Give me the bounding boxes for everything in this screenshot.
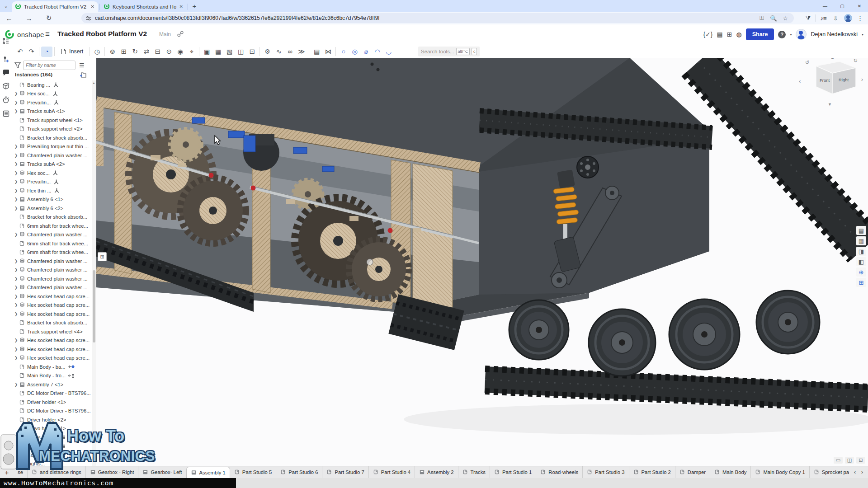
help-caret-icon[interactable]: ▾ xyxy=(790,33,792,37)
reload-button[interactable]: ↻ xyxy=(43,13,54,23)
instance-row[interactable]: DC Motor Driver - BTS796... xyxy=(12,407,92,416)
instance-row[interactable]: 6mm shaft for track whee... xyxy=(12,221,92,230)
profile-avatar[interactable] xyxy=(842,13,854,23)
roll-ccw-icon[interactable]: ↺ xyxy=(805,60,809,66)
instance-row[interactable]: ❯Chamfered plain washer ... xyxy=(12,274,92,283)
add-element-button[interactable]: + xyxy=(0,466,14,478)
appearance-panel-icon[interactable]: ◧ xyxy=(856,257,866,266)
bookmark-star-icon[interactable]: ☆ xyxy=(779,15,791,22)
section-tools-icon[interactable]: ⊕ xyxy=(856,267,866,277)
search-tools[interactable]: Search tools... alt/⌥ c xyxy=(418,47,480,56)
belt-relation-icon[interactable]: ∞ xyxy=(284,47,296,57)
expand-chevron-icon[interactable]: ❯ xyxy=(14,109,19,113)
expand-chevron-icon[interactable]: ❯ xyxy=(14,100,19,105)
instance-row[interactable]: ❯Chamfered plain washer ... xyxy=(12,266,92,275)
rotate-right-arrow-icon[interactable]: › xyxy=(861,76,863,83)
split-view-icon[interactable]: ◫ xyxy=(845,457,854,464)
element-tab[interactable]: Damper xyxy=(675,466,710,478)
instance-row[interactable]: 6mm shaft for track whee... xyxy=(12,248,92,257)
fullscreen-icon[interactable]: ⊡ xyxy=(856,457,865,464)
password-key-icon[interactable]: ⚿ xyxy=(756,15,768,22)
expand-chevron-icon[interactable]: ❯ xyxy=(14,197,19,202)
element-tab[interactable]: se xyxy=(14,466,28,478)
instance-row[interactable]: ❯Tracks subA <2> xyxy=(12,160,92,169)
redo-icon[interactable]: ↷ xyxy=(26,47,37,57)
instance-row[interactable]: ❯Chamfered plain washer ... xyxy=(12,151,92,160)
cylindrical-mate-icon[interactable]: ⊙ xyxy=(163,47,175,57)
learning-center-icon[interactable]: ◍ xyxy=(736,31,741,38)
instance-row[interactable]: ❯Tracks subA <1> xyxy=(12,107,92,116)
element-tab[interactable]: Part Studio 7 xyxy=(322,466,368,478)
expand-chevron-icon[interactable]: ❯ xyxy=(14,153,19,158)
instance-row[interactable]: Bracket for shock absorb... xyxy=(12,319,92,328)
viewport-3d[interactable]: Front Right ‹ › ▲ ↺ ↻ ▼ ▤▦◨◧⊕⊞ ⊞ ▭◫⊡ xyxy=(96,58,868,466)
user-caret-icon[interactable]: ▾ xyxy=(862,33,863,37)
address-bar[interactable]: cad.onshape.com/documents/f3850c0813fdf3… xyxy=(81,13,794,23)
element-tab[interactable]: Part Studio 2 xyxy=(629,466,675,478)
instance-row[interactable]: ❯Hex socket head cap scre... xyxy=(12,301,92,310)
expand-chevron-icon[interactable]: ❯ xyxy=(14,303,19,307)
view-settings-icon[interactable]: ▭ xyxy=(834,457,843,464)
element-tab[interactable]: Gearbox - Right xyxy=(86,466,139,478)
expand-chevron-icon[interactable]: ❯ xyxy=(14,162,19,166)
gear-relation-icon[interactable]: ⚙ xyxy=(262,47,273,57)
instance-row[interactable]: ❯Hex socket head cap scre... xyxy=(12,292,92,301)
user-name[interactable]: Dejan Nedelkovski xyxy=(811,31,858,38)
expand-chevron-icon[interactable]: ❯ xyxy=(14,206,19,211)
share-link-icon[interactable] xyxy=(177,31,184,39)
instance-row[interactable]: Lights ... <1> xyxy=(12,433,92,442)
element-tab[interactable]: Part Studio 3 xyxy=(583,466,629,478)
configurations-icon[interactable]: ◡ xyxy=(383,47,394,57)
instance-row[interactable]: ❯Hex soc... xyxy=(12,89,92,99)
filter-funnel-icon[interactable] xyxy=(12,62,23,68)
expand-chevron-icon[interactable]: ❯ xyxy=(14,91,19,96)
instance-row[interactable]: Main Body - ba... xyxy=(12,362,92,371)
back-button[interactable]: ← xyxy=(4,13,14,23)
url-text[interactable]: cad.onshape.com/documents/f3850c0813fdf3… xyxy=(95,15,756,21)
planar-mate-icon[interactable]: ⊟ xyxy=(152,47,163,57)
instance-row[interactable]: Bearing ... xyxy=(12,80,92,89)
instance-row[interactable]: ❯Assembly 7 <1> xyxy=(12,380,92,389)
instance-row[interactable]: ❯Chamfered plain washer ... xyxy=(12,230,92,239)
instance-row[interactable]: Driver holder <2> xyxy=(12,415,92,424)
site-info-icon[interactable] xyxy=(81,15,95,21)
panel-scrollbar[interactable]: ▲ xyxy=(92,80,96,466)
media-controls-icon[interactable]: ♪≡ xyxy=(817,13,830,23)
element-tab[interactable]: Part Studio 6 xyxy=(276,466,322,478)
insert-button[interactable]: Insert xyxy=(57,47,87,57)
filter-input[interactable] xyxy=(23,61,75,70)
element-tab[interactable]: Main Body Copy 1 xyxy=(751,466,809,478)
tabs-prev-icon[interactable]: ‹ xyxy=(852,469,858,475)
element-tab[interactable]: Part Studio 4 xyxy=(369,466,415,478)
history-stopwatch-icon[interactable] xyxy=(0,93,12,107)
view-menu-caret-icon[interactable]: ▼ xyxy=(828,102,832,107)
instance-row[interactable]: ❯Prevailing torque nut thin ... xyxy=(12,142,92,151)
history-icon[interactable]: ◷ xyxy=(91,47,103,57)
exploded-view-icon[interactable]: ◎ xyxy=(349,47,360,57)
section-view-icon[interactable]: ○ xyxy=(338,47,349,57)
snapshot-panel-icon[interactable]: ⊞ xyxy=(856,278,866,287)
user-avatar[interactable] xyxy=(796,29,807,40)
assembly-tree-icon[interactable] xyxy=(0,34,12,48)
insert-instance-icon[interactable] xyxy=(80,71,86,80)
tabs-next-icon[interactable]: › xyxy=(859,469,865,475)
pattern-icon[interactable]: ▦ xyxy=(212,47,224,57)
element-tab[interactable]: Sprocket parts xyxy=(810,466,849,478)
sequence-relation-icon[interactable]: ≫ xyxy=(296,47,307,57)
forward-button[interactable]: → xyxy=(24,13,34,23)
measure-icon[interactable]: ⌀ xyxy=(360,47,372,57)
share-button[interactable]: Share xyxy=(746,28,774,40)
expand-chevron-icon[interactable]: ❯ xyxy=(14,285,19,290)
element-tab[interactable]: Part Studio 5 xyxy=(230,466,276,478)
comments-icon[interactable] xyxy=(0,66,12,80)
document-menu-icon[interactable]: ≡ xyxy=(45,30,50,39)
mirror-icon[interactable]: ▧ xyxy=(224,47,235,57)
bom-list-icon[interactable] xyxy=(0,107,12,120)
instance-row[interactable]: ❯Hex socket head cap scre... xyxy=(12,336,92,345)
floating-tool-button[interactable]: ⊞ xyxy=(98,252,107,261)
browser-tab[interactable]: Keyboard Shortcuts and Hotke✕ xyxy=(100,1,187,12)
rotate-left-arrow-icon[interactable]: ‹ xyxy=(799,78,801,84)
instances-panel-icon[interactable]: ▤ xyxy=(856,226,866,235)
instance-row[interactable]: 6mm shaft for track whee... xyxy=(12,239,92,248)
expand-chevron-icon[interactable]: ❯ xyxy=(14,179,19,184)
